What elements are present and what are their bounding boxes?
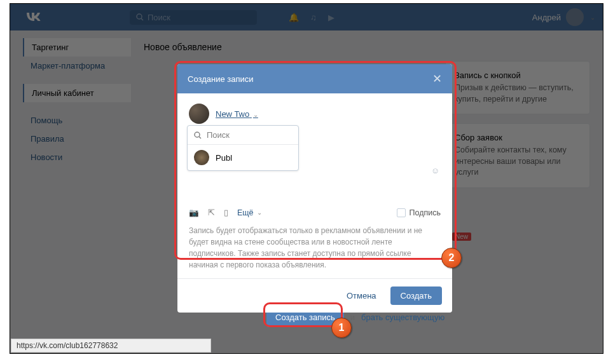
select-existing-link[interactable]: брать существующую — [361, 313, 444, 322]
dropdown-item-label: Publ — [216, 153, 232, 163]
checkbox-icon — [397, 208, 406, 217]
chevron-down-icon: ⌄ — [257, 209, 262, 216]
close-icon[interactable]: ✕ — [432, 72, 442, 86]
or-text: и — [350, 313, 355, 322]
author-selector[interactable]: New Two ⌄ — [216, 109, 258, 119]
signature-label: Подпись — [410, 208, 441, 217]
cancel-button[interactable]: Отмена — [339, 287, 384, 304]
modal-title: Создание записи — [188, 74, 254, 84]
info-note: Запись будет отображаться только в рекла… — [189, 225, 441, 271]
search-icon — [194, 131, 202, 139]
chevron-down-icon: ⌄ — [253, 111, 258, 118]
link-icon[interactable]: ⇱ — [208, 208, 215, 217]
dropdown-item[interactable]: Publ — [188, 145, 298, 170]
status-bar-url: https://vk.com/club162778632 — [11, 339, 211, 353]
create-button[interactable]: Создать — [390, 286, 442, 305]
author-dropdown: Поиск Publ — [187, 125, 299, 171]
community-avatar — [194, 150, 209, 165]
more-attach[interactable]: Ещё ⌄ — [237, 208, 262, 217]
create-post-modal: Создание записи ✕ New Two ⌄ Поиск Publ ☺ — [177, 64, 452, 313]
svg-line-3 — [199, 137, 201, 138]
annotation-number-1: 1 — [331, 318, 352, 338]
dropdown-search-placeholder: Поиск — [207, 130, 230, 140]
dropdown-search[interactable]: Поиск — [188, 126, 298, 145]
author-avatar — [189, 104, 209, 124]
camera-icon[interactable]: 📷 — [189, 208, 199, 217]
signature-toggle[interactable]: Подпись — [397, 208, 441, 217]
emoji-icon[interactable]: ☺ — [431, 166, 439, 175]
doc-icon[interactable]: ▯ — [224, 208, 228, 217]
annotation-number-2: 2 — [441, 248, 462, 268]
svg-point-2 — [195, 132, 200, 137]
